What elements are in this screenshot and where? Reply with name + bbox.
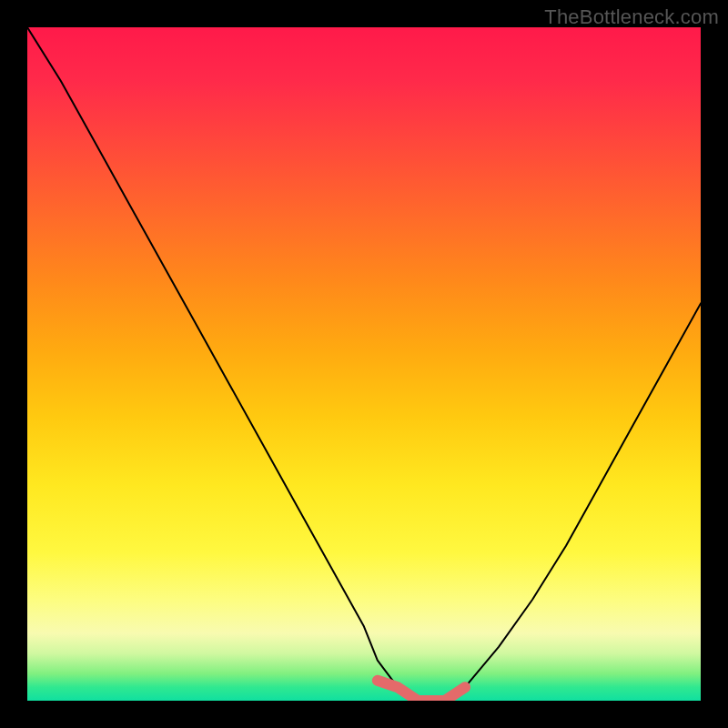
plot-area	[27, 27, 701, 701]
watermark-label: TheBottleneck.com	[544, 5, 719, 29]
chart-container: TheBottleneck.com	[0, 0, 728, 728]
optimal-band	[27, 27, 701, 701]
